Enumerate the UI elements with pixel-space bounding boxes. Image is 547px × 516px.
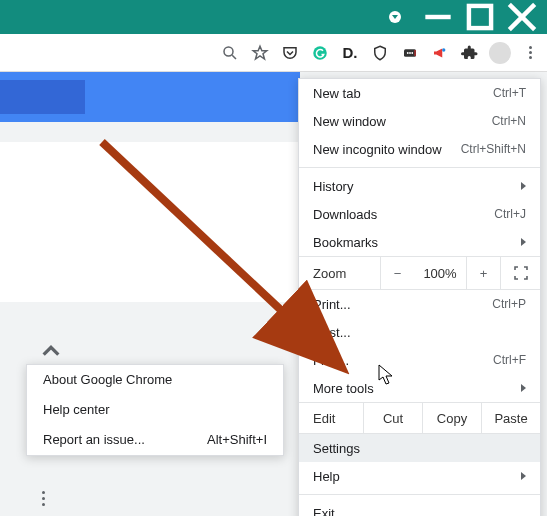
- menu-label: Cast...: [313, 325, 351, 340]
- menu-cast[interactable]: Cast...: [299, 318, 540, 346]
- menu-shortcut: Ctrl+J: [494, 207, 526, 221]
- svg-rect-1: [469, 6, 491, 28]
- svg-rect-12: [415, 50, 416, 56]
- help-submenu: About Google Chrome Help center Report a…: [26, 364, 284, 456]
- menu-bookmarks[interactable]: Bookmarks: [299, 228, 540, 256]
- submenu-about-chrome[interactable]: About Google Chrome: [27, 365, 283, 395]
- menu-shortcut: Ctrl+P: [492, 297, 526, 311]
- submenu-report-issue[interactable]: Report an issue...Alt+Shift+I: [27, 425, 283, 455]
- overflow-menu-icon[interactable]: [42, 491, 45, 506]
- close-button[interactable]: [503, 3, 541, 31]
- menu-downloads[interactable]: DownloadsCtrl+J: [299, 200, 540, 228]
- edit-copy-button[interactable]: Copy: [422, 403, 481, 433]
- page-header-band: [0, 72, 300, 122]
- menu-more-tools[interactable]: More tools: [299, 374, 540, 402]
- page-header-accent: [0, 80, 85, 114]
- svg-point-10: [409, 52, 411, 54]
- menu-label: Help center: [43, 402, 109, 418]
- menu-history[interactable]: History: [299, 172, 540, 200]
- zoom-icon[interactable]: [219, 42, 241, 64]
- menu-print[interactable]: Print...Ctrl+P: [299, 290, 540, 318]
- lastpass-extension-icon[interactable]: [399, 42, 421, 64]
- menu-label: Bookmarks: [313, 235, 378, 250]
- grammarly-extension-icon[interactable]: [309, 42, 331, 64]
- menu-help[interactable]: Help: [299, 462, 540, 490]
- menu-edit-row: Edit Cut Copy Paste: [299, 402, 540, 434]
- menu-separator: [299, 167, 540, 168]
- menu-label: New tab: [313, 86, 361, 101]
- menu-label: About Google Chrome: [43, 372, 172, 388]
- browser-toolbar: D.: [0, 34, 547, 72]
- fullscreen-button[interactable]: [500, 257, 540, 289]
- svg-point-13: [442, 48, 445, 51]
- maximize-button[interactable]: [461, 3, 499, 31]
- svg-point-9: [407, 52, 409, 54]
- zoom-value: 100%: [414, 266, 466, 281]
- d-extension-icon[interactable]: D.: [339, 42, 361, 64]
- submenu-chevron-icon: [521, 238, 526, 246]
- megaphone-extension-icon[interactable]: [429, 42, 451, 64]
- menu-find[interactable]: Find...Ctrl+F: [299, 346, 540, 374]
- zoom-label: Zoom: [299, 266, 380, 281]
- chrome-menu-button[interactable]: [519, 42, 541, 64]
- edit-cut-button[interactable]: Cut: [363, 403, 422, 433]
- svg-point-4: [224, 47, 233, 56]
- submenu-chevron-icon: [521, 384, 526, 392]
- menu-new-incognito[interactable]: New incognito windowCtrl+Shift+N: [299, 135, 540, 163]
- menu-shortcut: Ctrl+T: [493, 86, 526, 100]
- bookmark-star-icon[interactable]: [249, 42, 271, 64]
- menu-shortcut: Ctrl+F: [493, 353, 526, 367]
- ublock-shield-icon[interactable]: [369, 42, 391, 64]
- menu-label: Report an issue...: [43, 432, 145, 448]
- menu-label: History: [313, 179, 353, 194]
- profile-avatar-icon[interactable]: [489, 42, 511, 64]
- svg-point-11: [411, 52, 413, 54]
- svg-line-5: [232, 55, 236, 59]
- minimize-button[interactable]: [419, 3, 457, 31]
- menu-exit[interactable]: Exit: [299, 499, 540, 516]
- submenu-chevron-icon: [521, 182, 526, 190]
- menu-label: New window: [313, 114, 386, 129]
- collapse-caret-icon[interactable]: [40, 340, 62, 362]
- window-titlebar: [0, 0, 547, 34]
- menu-label: New incognito window: [313, 142, 442, 157]
- menu-shortcut: Alt+Shift+I: [207, 432, 267, 448]
- chrome-main-menu: New tabCtrl+T New windowCtrl+N New incog…: [298, 78, 541, 516]
- menu-zoom-row: Zoom − 100% +: [299, 256, 540, 290]
- menu-shortcut: Ctrl+Shift+N: [461, 142, 526, 156]
- menu-label: Print...: [313, 297, 351, 312]
- dropdown-indicator-icon[interactable]: [389, 11, 401, 23]
- edit-label: Edit: [299, 411, 363, 426]
- pocket-extension-icon[interactable]: [279, 42, 301, 64]
- zoom-in-button[interactable]: +: [466, 257, 500, 289]
- menu-label: Settings: [313, 441, 360, 456]
- menu-settings[interactable]: Settings: [299, 434, 540, 462]
- menu-label: Help: [313, 469, 340, 484]
- edit-paste-button[interactable]: Paste: [481, 403, 540, 433]
- menu-label: Downloads: [313, 207, 377, 222]
- zoom-out-button[interactable]: −: [380, 257, 414, 289]
- extensions-puzzle-icon[interactable]: [459, 42, 481, 64]
- submenu-chevron-icon: [521, 472, 526, 480]
- menu-separator: [299, 494, 540, 495]
- menu-new-tab[interactable]: New tabCtrl+T: [299, 79, 540, 107]
- page-card: [0, 142, 300, 302]
- svg-marker-6: [253, 46, 267, 59]
- menu-shortcut: Ctrl+N: [492, 114, 526, 128]
- menu-label: More tools: [313, 381, 374, 396]
- menu-label: Find...: [313, 353, 349, 368]
- menu-new-window[interactable]: New windowCtrl+N: [299, 107, 540, 135]
- submenu-help-center[interactable]: Help center: [27, 395, 283, 425]
- menu-label: Exit: [313, 506, 335, 517]
